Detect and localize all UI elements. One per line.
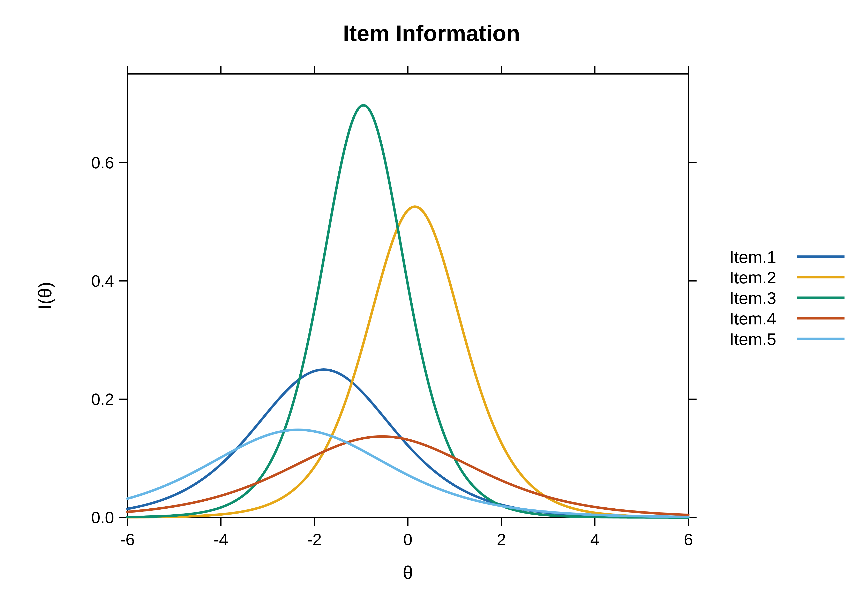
y-tick-label: 0.2 <box>91 390 114 409</box>
legend-row-item-4: Item.4 <box>729 309 844 328</box>
x-tick-label: -4 <box>214 530 228 548</box>
y-tick-label: 0.0 <box>91 508 114 527</box>
curve-item-3 <box>128 105 688 517</box>
legend-label: Item.4 <box>729 309 776 328</box>
curve-item-1 <box>128 369 688 517</box>
legend-row-item-1: Item.1 <box>729 248 844 266</box>
chart-title: Item Information <box>343 20 520 46</box>
curve-item-2 <box>128 207 688 517</box>
x-tick-label: 4 <box>591 530 600 548</box>
legend-label: Item.1 <box>729 248 776 266</box>
x-tick-label: 2 <box>497 530 506 548</box>
y-axis-label: I(θ) <box>35 282 55 310</box>
x-tick-label: -2 <box>307 530 321 548</box>
legend-label: Item.3 <box>729 289 776 307</box>
legend-row-item-2: Item.2 <box>729 268 844 287</box>
item-information-chart: Item Information -6-4-202460.00.20.40.6θ… <box>0 0 863 616</box>
plot-border <box>128 74 688 517</box>
legend-row-item-3: Item.3 <box>729 289 844 307</box>
legend-row-item-5: Item.5 <box>729 330 844 349</box>
y-tick-label: 0.4 <box>91 272 114 290</box>
legend-label: Item.5 <box>729 330 776 349</box>
plot-area: -6-4-202460.00.20.40.6θI(θ)Item.1Item.2I… <box>35 66 844 583</box>
x-tick-label: 0 <box>403 530 413 548</box>
y-tick-label: 0.6 <box>91 154 114 172</box>
legend-label: Item.2 <box>729 268 776 287</box>
x-tick-label: 6 <box>684 530 693 548</box>
x-axis-label: θ <box>403 563 413 583</box>
x-tick-label: -6 <box>120 530 135 548</box>
chart-container: Item Information -6-4-202460.00.20.40.6θ… <box>0 0 863 616</box>
